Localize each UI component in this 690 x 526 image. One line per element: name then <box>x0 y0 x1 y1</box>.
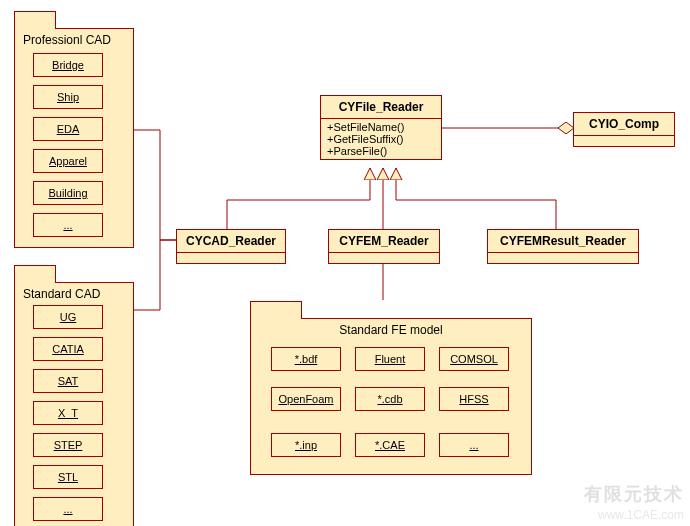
item-ship: Ship <box>33 85 103 109</box>
item-stl: STL <box>33 465 103 489</box>
class-empty <box>177 252 285 263</box>
op-setfilename: +SetFileName() <box>327 121 435 133</box>
item-ug: UG <box>33 305 103 329</box>
package-title: Standard CAD <box>23 287 100 301</box>
item-hfss: HFSS <box>439 387 509 411</box>
watermark-url: www.1CAE.com <box>598 508 684 522</box>
class-cyfemresult-reader: CYFEMResult_Reader <box>487 229 639 264</box>
item-inp: *.inp <box>271 433 341 457</box>
class-empty <box>488 252 638 263</box>
item-openfoam: OpenFoam <box>271 387 341 411</box>
class-cyfile-reader: CYFile_Reader +SetFileName() +GetFileSuf… <box>320 95 442 160</box>
op-getfilesuffix: +GetFileSuffix() <box>327 133 435 145</box>
item-fluent: Fluent <box>355 347 425 371</box>
item-step: STEP <box>33 433 103 457</box>
op-parsefile: +ParseFile() <box>327 145 435 157</box>
class-cycad-reader: CYCAD_Reader <box>176 229 286 264</box>
item-building: Building <box>33 181 103 205</box>
class-title: CYFile_Reader <box>321 96 441 118</box>
item-more: ... <box>33 213 103 237</box>
item-sat: SAT <box>33 369 103 393</box>
item-cae: *.CAE <box>355 433 425 457</box>
package-title: Professionl CAD <box>23 33 111 47</box>
class-empty <box>574 135 674 146</box>
item-bdf: *.bdf <box>271 347 341 371</box>
item-comsol: COMSOL <box>439 347 509 371</box>
package-tab <box>250 301 302 319</box>
class-title: CYFEMResult_Reader <box>488 230 638 252</box>
package-title: Standard FE model <box>339 323 442 337</box>
item-cdb: *.cdb <box>355 387 425 411</box>
package-standard-cad: Standard CAD UG CATIA SAT X_T STEP STL .… <box>14 282 134 526</box>
package-tab <box>14 265 56 283</box>
item-apparel: Apparel <box>33 149 103 173</box>
item-xt: X_T <box>33 401 103 425</box>
class-operations: +SetFileName() +GetFileSuffix() +ParseFi… <box>321 118 441 159</box>
class-title: CYIO_Comp <box>574 113 674 135</box>
package-standard-fe: Standard FE model *.bdf Fluent COMSOL Op… <box>250 318 532 475</box>
class-title: CYCAD_Reader <box>177 230 285 252</box>
item-more: ... <box>439 433 509 457</box>
class-empty <box>329 252 439 263</box>
class-cyio-comp: CYIO_Comp <box>573 112 675 147</box>
item-more: ... <box>33 497 103 521</box>
class-title: CYFEM_Reader <box>329 230 439 252</box>
package-tab <box>14 11 56 29</box>
package-professional-cad: Professionl CAD Bridge Ship EDA Apparel … <box>14 28 134 248</box>
watermark-text: 有限元技术 <box>584 482 684 506</box>
item-eda: EDA <box>33 117 103 141</box>
class-cyfem-reader: CYFEM_Reader <box>328 229 440 264</box>
item-catia: CATIA <box>33 337 103 361</box>
item-bridge: Bridge <box>33 53 103 77</box>
